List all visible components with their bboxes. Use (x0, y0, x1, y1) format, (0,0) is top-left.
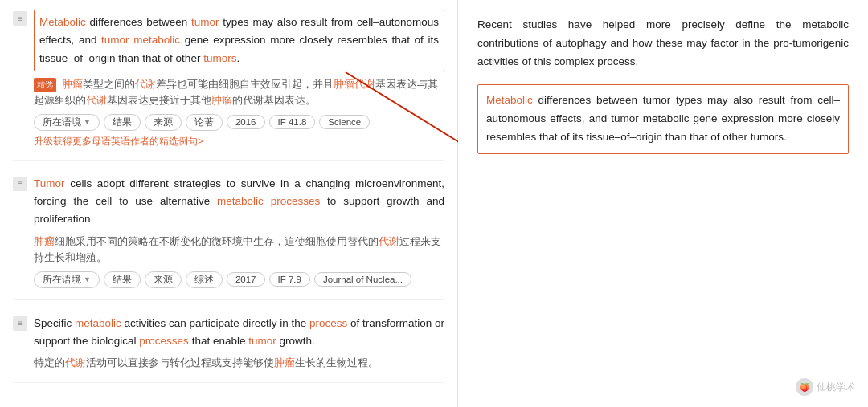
tag-context-2[interactable]: 所在语境 ▼ (34, 271, 100, 288)
entry-3-icon: ≡ (13, 316, 27, 331)
entry-3-text-en: Specific metabolic activities can partic… (34, 315, 444, 351)
word-process-3: process (309, 317, 347, 329)
right-panel: Recent studies have helped more precisel… (458, 0, 868, 407)
tag-journal-1[interactable]: Science (319, 115, 370, 129)
entry-1-header: ≡ Metabolic differences between tumor ty… (13, 10, 444, 71)
word-tumor-metabolic-1: tumor metabolic (101, 34, 180, 46)
entry-2: ≡ Tumor cells adopt different strategies… (13, 175, 444, 300)
entry-2-text-en: Tumor cells adopt different strategies t… (34, 175, 444, 229)
word-tumor-2: Tumor (34, 177, 65, 189)
tag-journal-2[interactable]: Journal of Nuclea... (314, 272, 411, 287)
right-highlighted-box: Metabolic differences between tumor type… (477, 84, 849, 154)
tag-source-2[interactable]: 来源 (145, 271, 182, 288)
tag-result-2[interactable]: 结果 (104, 271, 141, 288)
left-panel: ≡ Metabolic differences between tumor ty… (0, 0, 458, 407)
cn-metabolic-4: 代谢 (65, 357, 86, 368)
cn-metabolic-3: 代谢 (379, 236, 399, 247)
cn-tumor-3: 肿瘤 (34, 236, 55, 247)
watermark-label: 仙桃学术 (817, 381, 855, 394)
entry-2-icon: ≡ (13, 177, 27, 191)
tag-if-1[interactable]: IF 41.8 (269, 115, 316, 129)
word-metabolic-3: metabolic (75, 317, 121, 329)
entry-2-header: ≡ Tumor cells adopt different strategies… (13, 175, 444, 229)
entry-1-icon: ≡ (13, 11, 27, 26)
tag-if-2[interactable]: IF 7.9 (269, 272, 310, 287)
watermark: 🍑 仙桃学术 (796, 378, 855, 396)
cn-metabolic-1: 代谢 (135, 79, 156, 90)
badge-jingxuan: 精选 (34, 78, 56, 92)
tag-context-1[interactable]: 所在语境 ▼ (34, 114, 100, 131)
word-tumor-3: tumor (248, 335, 276, 347)
word-metabolic-processes-2: metabolic processes (217, 195, 320, 207)
cn-tumor-2: 肿瘤 (211, 95, 232, 106)
cn-tumor-1: 肿瘤 (62, 79, 83, 90)
entry-3: ≡ Specific metabolic activities can part… (13, 315, 444, 384)
tag-paper-1[interactable]: 论著 (186, 114, 223, 131)
tag-year-1[interactable]: 2016 (227, 115, 265, 129)
entry-1: ≡ Metabolic differences between tumor ty… (13, 10, 444, 161)
entry-3-text-cn: 特定的代谢活动可以直接参与转化过程或支持能够使肿瘤生长的生物过程。 (34, 355, 444, 371)
tag-source-1[interactable]: 来源 (145, 114, 182, 131)
entry-1-text-en: Metabolic differences between tumor type… (34, 10, 444, 71)
entry-1-text-cn: 精选 肿瘤类型之间的代谢差异也可能由细胞自主效应引起，并且肿瘤代谢基因表达与其起… (34, 76, 444, 108)
word-processes-3: processes (139, 335, 189, 347)
word-tumors-1: tumors (203, 52, 236, 64)
watermark-icon: 🍑 (796, 378, 813, 396)
tag-review-2[interactable]: 综述 (186, 271, 223, 288)
upgrade-link[interactable]: 升级获得更多母语英语作者的精选例句> (34, 135, 444, 149)
cn-tumor-metabolic-1: 肿瘤代谢 (334, 79, 375, 90)
app-container: ≡ Metabolic differences between tumor ty… (0, 0, 868, 407)
tag-year-2[interactable]: 2017 (227, 272, 265, 287)
word-tumor-1: tumor (191, 16, 219, 28)
cn-tumor-4: 肿瘤 (274, 357, 295, 368)
entry-1-tags: 所在语境 ▼ 结果 来源 论著 2016 IF 41.8 Science (34, 114, 444, 131)
cn-metabolic-2: 代谢 (86, 95, 107, 106)
entry-3-header: ≡ Specific metabolic activities can part… (13, 315, 444, 351)
tag-result-1[interactable]: 结果 (104, 114, 141, 131)
entry-2-text-cn: 肿瘤细胞采用不同的策略在不断变化的微环境中生存，迫使细胞使用替代的代谢过程来支持… (34, 234, 444, 266)
right-word-metabolic: Metabolic (486, 94, 533, 106)
entry-2-tags: 所在语境 ▼ 结果 来源 综述 2017 IF 7.9 Journal of N… (34, 271, 444, 288)
right-intro-text: Recent studies have helped more precisel… (477, 16, 849, 71)
word-metabolic-1: Metabolic (39, 16, 86, 28)
